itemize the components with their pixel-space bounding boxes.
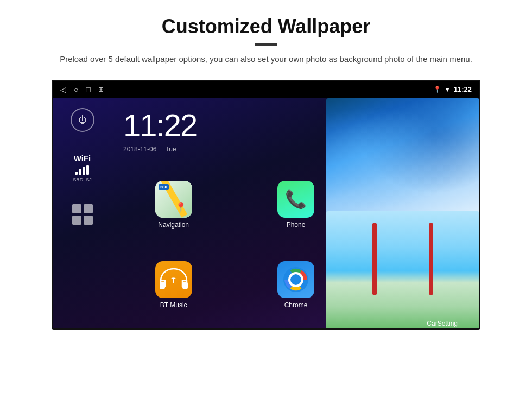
wifi-bar-1 — [75, 172, 78, 175]
status-bar-left: ◁ ○ □ ⊞ — [60, 85, 104, 94]
b-widget: B — [439, 115, 468, 144]
video-label: Video — [410, 301, 426, 309]
btmusic-icon-svg: ⍑ — [155, 261, 192, 298]
music-label: Music — [410, 221, 427, 229]
clock-display: 11:22 — [454, 85, 472, 93]
location-icon: 📍 — [433, 86, 441, 93]
stripe-5 — [423, 267, 427, 274]
phone-icon-bg: 📞 — [277, 181, 314, 218]
phone-screen: ◁ ○ □ ⊞ 📍 ▼ 11:22 ⏻ WiFi — [52, 80, 480, 330]
grid-cell-4 — [84, 216, 93, 225]
screenshot-icon[interactable]: ⊞ — [98, 86, 104, 93]
stripe-1 — [404, 267, 409, 274]
wifi-ssid: SRD_SJ — [73, 177, 92, 182]
grid-cell-3 — [72, 216, 81, 225]
wifi-bars — [73, 165, 92, 175]
phone-wrapper: ◁ ○ □ ⊞ 📍 ▼ 11:22 ⏻ WiFi — [0, 74, 532, 340]
navigation-icon-bg: 280 📍 — [155, 181, 192, 218]
app-btmusic[interactable]: ⍑ BT Music — [112, 245, 235, 325]
clock-block: 11:22 2018-11-06 Tue — [123, 107, 197, 153]
clock-day: Tue — [165, 145, 176, 153]
app-phone[interactable]: 📞 Phone — [235, 164, 357, 245]
signal-icon: ▼ — [445, 86, 451, 93]
b-letter: B — [448, 121, 459, 138]
home-icon[interactable]: ○ — [74, 85, 78, 94]
recent-icon[interactable]: □ — [86, 85, 90, 94]
sidebar: ⏻ WiFi SRD_SJ — [53, 98, 112, 330]
wifi-widget: WiFi SRD_SJ — [73, 154, 92, 182]
grid-cell-2 — [84, 204, 93, 213]
video-icon-bg — [400, 261, 436, 298]
nav-pin-icon: 📍 — [175, 201, 187, 213]
app-music[interactable]: 🎵 Music — [357, 164, 479, 245]
clock-area: 11:22 2018-11-06 Tue 📶 K| — [112, 98, 479, 159]
clock-time: 11:22 — [123, 107, 197, 143]
music-icon: 🎵 — [409, 190, 428, 208]
svg-rect-1 — [182, 282, 188, 289]
chrome-label: Chrome — [284, 301, 308, 309]
app-grid: 280 📍 Navigation 📞 Phone — [112, 159, 479, 330]
clap-body — [404, 274, 432, 292]
clap-stripes — [404, 267, 432, 274]
stripe-3 — [414, 267, 418, 274]
chrome-icon-bg — [277, 261, 314, 298]
svg-point-6 — [290, 274, 301, 285]
stripe-6 — [427, 267, 432, 274]
phone-label: Phone — [287, 221, 306, 229]
wifi-bar-4 — [86, 165, 89, 175]
wifi-label: WiFi — [73, 154, 92, 163]
wifi-widget-icon: 📶 — [368, 115, 397, 144]
status-bar: ◁ ○ □ ⊞ 📍 ▼ 11:22 — [53, 81, 479, 98]
btmusic-icon-bg: ⍑ — [155, 261, 192, 298]
app-navigation[interactable]: 280 📍 Navigation — [112, 164, 235, 245]
chrome-icon-svg — [283, 267, 308, 292]
k-widget: K| — [403, 115, 433, 144]
svg-text:⍑: ⍑ — [171, 276, 176, 284]
page-header: Customized Wallpaper Preload over 5 defa… — [0, 0, 532, 74]
clock-date-row: 2018-11-06 Tue — [123, 145, 197, 153]
power-icon: ⏻ — [78, 115, 87, 125]
clapboard-icon — [404, 267, 432, 292]
page-description: Preload over 5 default wallpaper options… — [43, 53, 489, 66]
clap-top — [404, 267, 432, 274]
status-bar-right: 📍 ▼ 11:22 — [433, 85, 472, 93]
wifi-bar-3 — [83, 167, 85, 175]
music-icon-bg: 🎵 — [400, 181, 436, 218]
phone-icon: 📞 — [285, 189, 307, 210]
btmusic-label: BT Music — [160, 301, 187, 309]
stripe-2 — [409, 267, 414, 274]
wifi-bar-2 — [79, 169, 81, 175]
center-content: 11:22 2018-11-06 Tue 📶 K| — [112, 98, 479, 330]
power-button[interactable]: ⏻ — [71, 108, 94, 132]
app-chrome[interactable]: Chrome — [235, 245, 357, 325]
grid-cell-1 — [72, 204, 81, 213]
divider — [255, 43, 277, 46]
play-icon — [414, 274, 422, 285]
navigation-label: Navigation — [158, 221, 189, 229]
back-icon[interactable]: ◁ — [60, 85, 66, 94]
k-letter: K| — [410, 121, 426, 138]
app-video[interactable]: Video — [357, 245, 479, 325]
stripe-4 — [418, 267, 422, 274]
nav-badge: 280 — [159, 184, 169, 190]
clock-date: 2018-11-06 — [123, 145, 156, 153]
page-title: Customized Wallpaper — [43, 15, 489, 38]
wifi-signal-icon: 📶 — [375, 123, 390, 137]
main-area: ⏻ WiFi SRD_SJ — [53, 98, 479, 330]
svg-rect-0 — [160, 282, 165, 289]
clock-widgets: 📶 K| B — [368, 115, 468, 144]
app-grid-button[interactable] — [72, 204, 93, 225]
